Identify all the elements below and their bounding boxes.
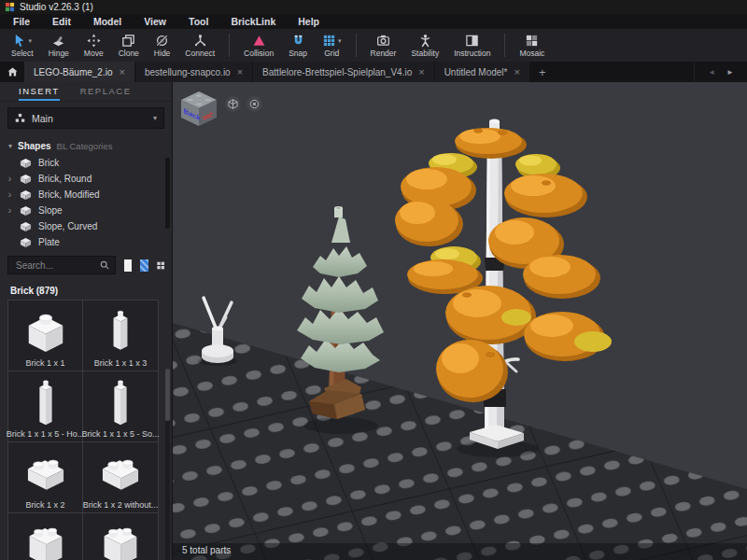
model-group-value: Main — [32, 113, 147, 124]
tab-battlelore[interactable]: Battlelore-Brettspiel-Spielplan_V4.io × — [253, 62, 434, 82]
hinge-button[interactable]: Hinge — [41, 29, 77, 62]
toolbar-separator — [504, 34, 505, 57]
model-viewport[interactable]: Back 5 total parts — [173, 82, 747, 560]
model-group-dropdown[interactable]: Main ▾ — [7, 107, 164, 129]
move-arrows-icon — [87, 34, 101, 48]
category-brick[interactable]: Brick — [0, 155, 172, 171]
collision-triangle-icon — [252, 34, 266, 48]
tab-label: LEGO-Bäume_2.io — [34, 67, 113, 77]
part-brick-1x1x3[interactable]: Brick 1 x 1 x 3 — [83, 301, 158, 371]
part-brick-row4-a[interactable] — [8, 513, 83, 560]
instruction-button[interactable]: Instruction — [446, 29, 498, 62]
category-scrollbar[interactable] — [165, 158, 170, 229]
grid-button[interactable]: ▾ Grid — [315, 29, 349, 62]
color-filter-swatch[interactable] — [140, 259, 148, 272]
mosaic-button[interactable]: Mosaic — [512, 29, 552, 62]
leaf-cluster — [523, 255, 600, 299]
tab-scroll-left-icon[interactable]: ◄ — [708, 68, 715, 77]
render-camera-icon — [376, 34, 390, 48]
move-button[interactable]: Move — [77, 29, 111, 62]
menu-edit[interactable]: Edit — [41, 16, 82, 27]
grid-icon — [322, 34, 336, 48]
leaf-cluster — [445, 286, 536, 344]
color-swatch-white[interactable] — [124, 259, 132, 272]
model-group-icon — [15, 113, 25, 123]
brick-modified-category-icon — [19, 189, 33, 201]
tab-label: Battlelore-Brettspiel-Spielplan_V4.io — [262, 67, 412, 77]
menu-help[interactable]: Help — [287, 16, 331, 27]
hide-button[interactable]: Hide — [147, 29, 177, 62]
tab-insert[interactable]: INSERT — [19, 82, 60, 101]
new-tab-button[interactable]: + — [530, 62, 555, 82]
expand-arrow-icon[interactable]: › — [7, 190, 13, 200]
category-brick-round[interactable]: › Brick, Round — [0, 171, 172, 187]
chevron-down-icon: ▾ — [153, 114, 157, 122]
menu-view[interactable]: View — [133, 16, 177, 27]
menu-model[interactable]: Model — [82, 16, 133, 27]
view-cube[interactable]: Back — [181, 91, 217, 126]
part-brick-1x2-without[interactable]: Brick 1 x 2 without... — [83, 442, 158, 513]
orbit-camera-button[interactable] — [247, 96, 262, 112]
leaf-cluster — [455, 128, 527, 159]
expand-arrow-icon[interactable]: › — [7, 175, 13, 184]
part-brick-1x1[interactable]: Brick 1 x 1 — [8, 301, 83, 371]
grid-view-icon[interactable] — [157, 259, 164, 272]
category-plate[interactable]: Plate — [0, 234, 172, 250]
part-thumbnail — [93, 519, 148, 560]
category-brick-modified[interactable]: › Brick, Modified — [0, 187, 172, 203]
category-slope[interactable]: › Slope — [0, 203, 172, 218]
tab-scroll-nav: ◄ ► — [694, 62, 747, 82]
perspective-toggle-button[interactable] — [225, 96, 241, 112]
search-box[interactable] — [7, 256, 116, 274]
studio-window: Studio v2.26.3 (1) File Edit Model View … — [0, 0, 747, 560]
tab-close-icon[interactable]: × — [418, 67, 424, 77]
category-slope-curved[interactable]: Slope, Curved — [0, 218, 172, 234]
parts-scrollbar-thumb[interactable] — [165, 369, 170, 421]
tab-close-icon[interactable]: × — [120, 67, 125, 77]
part-thumbnail — [93, 448, 148, 502]
connect-button[interactable]: Connect — [177, 29, 222, 62]
select-caret-icon: ▾ — [29, 37, 33, 44]
home-tab-button[interactable] — [0, 62, 24, 82]
total-parts-status: 5 total parts — [182, 545, 231, 555]
scene-canvas: Back — [173, 82, 747, 560]
part-thumbnail — [93, 306, 148, 360]
search-toolbar — [0, 250, 172, 279]
document-tab-bar: LEGO-Bäume_2.io × bestellung-snapco.io ×… — [0, 62, 747, 82]
tab-untitled-model[interactable]: Untitled Model* × — [435, 62, 529, 82]
shape-category-list: Brick › Brick, Round › Brick, Modified ›… — [0, 155, 172, 250]
part-brick-1x1x5-ho[interactable]: Brick 1 x 1 x 5 - Ho... — [8, 371, 83, 442]
shapes-section-header[interactable]: ▾ Shapes BL Categories — [0, 134, 172, 155]
part-brick-1x2[interactable]: Brick 1 x 2 — [8, 442, 83, 513]
clone-button[interactable]: Clone — [111, 29, 147, 62]
tab-close-icon[interactable]: × — [237, 67, 243, 77]
select-button[interactable]: ▾ Select — [4, 29, 41, 62]
mosaic-icon — [525, 34, 539, 48]
parts-scrollbar[interactable] — [165, 369, 170, 560]
slope-curved-category-icon — [19, 221, 33, 232]
menu-tool[interactable]: Tool — [177, 16, 219, 27]
leaf-cluster — [504, 174, 587, 217]
expand-arrow-icon[interactable]: › — [7, 206, 13, 216]
white-plant-model[interactable] — [202, 298, 233, 363]
render-button[interactable]: Render — [363, 29, 404, 62]
tab-replace[interactable]: REPLACE — [80, 82, 132, 101]
part-brick-row4-b[interactable] — [83, 513, 158, 560]
menu-file[interactable]: File — [2, 16, 41, 27]
grid-caret-icon: ▾ — [338, 37, 342, 44]
tab-bar-spacer — [555, 62, 694, 82]
bl-categories-label: BL Categories — [57, 141, 113, 151]
tab-bestellung-snapco[interactable]: bestellung-snapco.io × — [135, 62, 252, 82]
tab-close-icon[interactable]: × — [514, 67, 519, 77]
tab-label: Untitled Model* — [444, 67, 508, 77]
collision-button[interactable]: Collision — [236, 29, 281, 62]
tab-scroll-right-icon[interactable]: ► — [726, 68, 734, 77]
menu-bricklink[interactable]: BrickLink — [219, 16, 287, 27]
stability-button[interactable]: Stability — [403, 29, 446, 62]
part-brick-1x1x5-so[interactable]: Brick 1 x 1 x 5 - So... — [83, 371, 158, 442]
hide-eye-icon — [155, 34, 169, 48]
snap-button[interactable]: Snap — [281, 29, 315, 62]
connect-icon — [193, 34, 207, 48]
search-input[interactable] — [14, 259, 100, 272]
tab-lego-baume[interactable]: LEGO-Bäume_2.io × — [24, 62, 134, 82]
